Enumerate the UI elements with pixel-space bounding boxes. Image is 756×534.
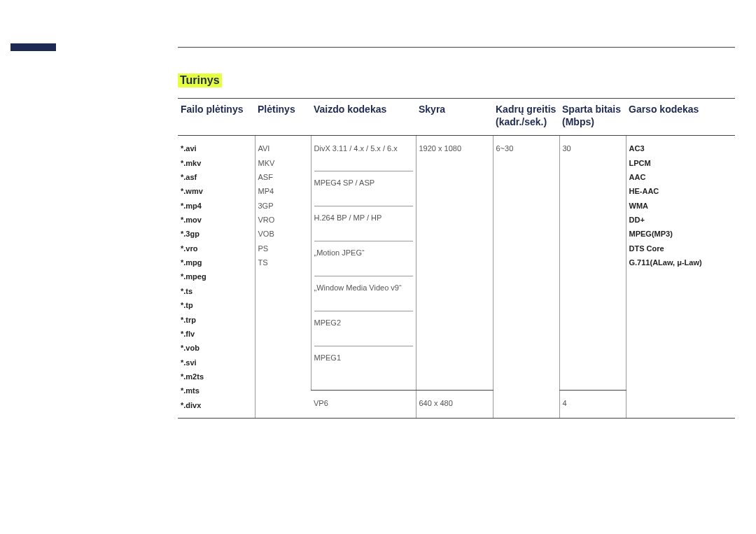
th-fps: Kadrų greitis (kadr./sek.) (493, 99, 559, 136)
cell-res-vp6: 640 x 480 (416, 391, 493, 418)
cell-bps-main: 30 (559, 136, 626, 391)
cell-container: AVIMKVASFMP43GPVROVOBPSTS (255, 136, 311, 419)
th-acodec: Garso kodekas (626, 99, 735, 136)
cell-bps-vp6: 4 (559, 391, 626, 418)
cell-fps: 6~30 (493, 136, 559, 419)
th-bps: Sparta bitais (Mbps) (559, 99, 626, 136)
th-container: Plėtinys (255, 99, 311, 136)
table-header-row: Failo plėtinys Plėtinys Vaizdo kodekas S… (178, 99, 735, 136)
th-resolution: Skyra (416, 99, 493, 136)
table-row: *.avi*.mkv*.asf*.wmv*.mp4*.mov*.3gp*.vro… (178, 136, 735, 391)
cell-vcodec-vp6: VP6 (311, 391, 416, 418)
top-rule (178, 47, 735, 48)
cell-file-ext: *.avi*.mkv*.asf*.wmv*.mp4*.mov*.3gp*.vro… (178, 136, 255, 419)
th-file-ext: Failo plėtinys (178, 99, 255, 136)
cell-res-main: 1920 x 1080 (416, 136, 493, 391)
codec-table: Failo plėtinys Plėtinys Vaizdo kodekas S… (178, 98, 735, 419)
cell-vcodec-main: DivX 3.11 / 4.x / 5.x / 6.xMPEG4 SP / AS… (311, 136, 416, 391)
th-vcodec: Vaizdo kodekas (311, 99, 416, 136)
cell-acodec: AC3LPCMAACHE-AACWMADD+MPEG(MP3)DTS CoreG… (626, 136, 735, 419)
top-color-tab (10, 43, 56, 51)
section-heading: Turinys (178, 73, 222, 87)
